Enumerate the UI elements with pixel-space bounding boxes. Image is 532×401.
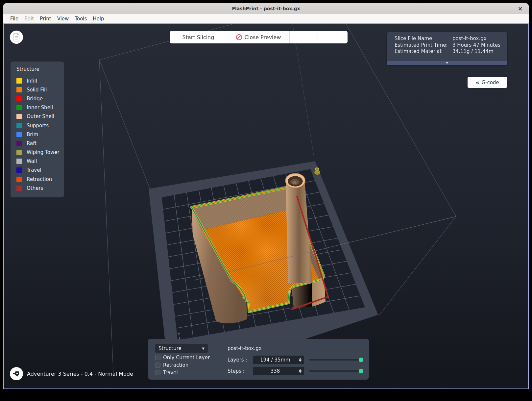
- print-time-row: Estimated Print Time: 3 Hours 47 Minutes: [395, 42, 507, 49]
- retraction-checkbox[interactable]: Retraction: [155, 362, 208, 368]
- layers-label: Layers :: [228, 357, 253, 363]
- layers-value: 194 / 35mm: [253, 357, 298, 363]
- menu-tools[interactable]: Tools: [72, 15, 90, 23]
- solid-fill-swatch: [16, 87, 22, 92]
- start-slicing-button[interactable]: Start Slicing: [170, 31, 227, 43]
- panel-divider: [210, 345, 210, 374]
- spinner-arrows-icon[interactable]: [298, 358, 304, 362]
- layer-preview-panel: Structure ▼ Only Current Layer Retractio…: [148, 339, 369, 380]
- infill-swatch: [16, 78, 22, 84]
- title-bar: FlashPrint - post-it-box.gx ×: [3, 3, 529, 14]
- build-plate-scene: Y: [4, 24, 528, 389]
- bridge-swatch: [16, 96, 22, 101]
- structure-legend-panel: Structure Infill Solid Fill Bridge Inner…: [11, 62, 64, 197]
- extruder-icon: [12, 370, 20, 378]
- steps-label: Steps :: [228, 368, 253, 374]
- legend-item-outer-shell: Outer Shell: [16, 112, 64, 121]
- 3d-viewport[interactable]: Y Start Slicing: [3, 23, 529, 389]
- printer-select-button[interactable]: [10, 367, 23, 380]
- menu-view[interactable]: View: [54, 15, 72, 23]
- only-current-layer-checkbox[interactable]: Only Current Layer: [155, 355, 208, 360]
- close-preview-button[interactable]: Close Preview: [227, 31, 290, 43]
- steps-slider[interactable]: [309, 368, 363, 374]
- window-title: FlashPrint - post-it-box.gx: [232, 6, 300, 11]
- checkbox-box: [155, 363, 160, 368]
- legend-item-wiping-tower: Wiping Tower: [16, 148, 64, 157]
- steps-spinbox[interactable]: 338: [253, 367, 304, 375]
- retraction-swatch: [16, 177, 22, 182]
- raft-swatch: [16, 141, 22, 146]
- legend-item-wall: Wall: [16, 157, 64, 166]
- others-swatch: [16, 186, 22, 191]
- slice-file-name-value: post-it-box.gx: [452, 36, 487, 42]
- layers-spinbox[interactable]: 194 / 35mm: [253, 356, 304, 364]
- gcode-button[interactable]: « G-code: [468, 77, 507, 88]
- menu-help[interactable]: Help: [90, 15, 107, 23]
- steps-slider-knob[interactable]: [359, 369, 363, 373]
- wiping-tower-swatch: [16, 150, 22, 155]
- travel-swatch: [16, 167, 22, 173]
- legend-item-infill: Infill: [16, 76, 64, 85]
- document-icon: [13, 33, 20, 41]
- slider-track: [309, 370, 363, 372]
- preview-file-name: post-it-box.gx: [228, 345, 364, 351]
- menu-bar: File Edit Print View Tools Help: [3, 14, 529, 23]
- toolbar-empty-cell-1[interactable]: [290, 31, 318, 43]
- printer-status: Adventurer 3 Series - 0.4 - Normal Mode: [10, 367, 133, 380]
- preview-toolbar: Start Slicing Close Preview: [170, 31, 348, 43]
- slider-track: [309, 359, 363, 361]
- checkbox-box: [155, 370, 160, 375]
- slice-info-panel: Slice File Name: post-it-box.gx Estimate…: [387, 32, 507, 65]
- checkbox-box: [155, 355, 160, 360]
- model-file-button[interactable]: [10, 31, 23, 44]
- menu-file[interactable]: File: [7, 15, 21, 23]
- material-row: Estimated Material: 34.11g / 11.44m: [395, 48, 507, 55]
- supports-swatch: [16, 123, 22, 128]
- printer-status-text: Adventurer 3 Series - 0.4 - Normal Mode: [27, 371, 133, 377]
- legend-item-brim: Brim: [16, 130, 64, 139]
- material-value: 34.11g / 11.44m: [452, 48, 494, 55]
- outer-shell-swatch: [16, 114, 22, 119]
- svg-text:Y: Y: [177, 332, 180, 337]
- layers-slider-knob[interactable]: [359, 358, 363, 362]
- collapse-arrow-icon: ▼: [446, 62, 448, 64]
- legend-item-bridge: Bridge: [16, 94, 64, 103]
- print-time-value: 3 Hours 47 Minutes: [452, 42, 500, 49]
- view-mode-dropdown[interactable]: Structure ▼: [155, 344, 208, 353]
- double-chevron-left-icon: «: [475, 79, 479, 86]
- travel-checkbox[interactable]: Travel: [155, 370, 208, 375]
- inner-shell-swatch: [16, 105, 22, 110]
- legend-item-solid-fill: Solid Fill: [16, 85, 64, 94]
- legend-item-retraction: Retraction: [16, 175, 64, 184]
- legend-item-inner-shell: Inner Shell: [16, 103, 64, 112]
- legend-item-travel: Travel: [16, 166, 64, 175]
- layers-slider[interactable]: [309, 357, 363, 363]
- brim-swatch: [16, 132, 22, 137]
- wall-swatch: [16, 159, 22, 164]
- legend-title: Structure: [16, 66, 64, 72]
- prohibition-icon: [236, 34, 242, 40]
- chevron-down-icon: ▼: [202, 347, 205, 350]
- legend-item-supports: Supports: [16, 121, 64, 130]
- toolbar-empty-cell-2[interactable]: [318, 31, 348, 43]
- spinner-arrows-icon[interactable]: [298, 369, 304, 373]
- steps-value: 338: [253, 368, 298, 374]
- info-panel-collapse-handle[interactable]: ▼: [387, 61, 507, 65]
- legend-item-raft: Raft: [16, 139, 64, 148]
- slice-file-name-row: Slice File Name: post-it-box.gx: [395, 36, 507, 42]
- legend-item-others: Others: [16, 184, 64, 192]
- app-window: FlashPrint - post-it-box.gx × File Edit …: [3, 3, 529, 389]
- close-window-button[interactable]: ×: [516, 5, 524, 13]
- menu-edit: Edit: [21, 15, 37, 23]
- menu-print[interactable]: Print: [37, 15, 54, 23]
